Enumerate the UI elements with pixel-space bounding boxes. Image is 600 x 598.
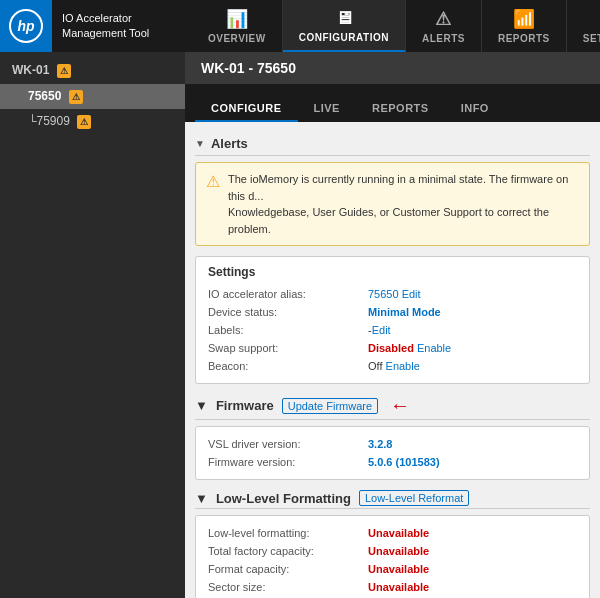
sidebar-item-75650[interactable]: 75650 ⚠: [0, 84, 185, 109]
nav-configuration[interactable]: 🖥 CONFIGURATION: [283, 0, 406, 52]
tab-info[interactable]: INFO: [445, 96, 505, 122]
configuration-icon: 🖥: [335, 8, 354, 29]
low-level-reformat-link[interactable]: Low-Level Reformat: [359, 490, 469, 506]
settings-row-alias: IO accelerator alias: 75650 Edit: [208, 285, 577, 303]
sector-size-value: Unavailable: [368, 581, 429, 593]
top-navigation: hp IO Accelerator Management Tool 📊 OVER…: [0, 0, 600, 52]
swap-label: Swap support:: [208, 342, 368, 354]
nav-reports[interactable]: 📶 REPORTS: [482, 0, 567, 52]
75650-warning-icon: ⚠: [69, 90, 83, 104]
firmware-version-label: Firmware version:: [208, 456, 368, 468]
device-status-value: Minimal Mode: [368, 306, 441, 318]
low-level-section-title: ▼ Low-Level Formatting Low-Level Reforma…: [195, 490, 590, 509]
nav-items: 📊 OVERVIEW 🖥 CONFIGURATION ⚠ ALERTS 📶 RE…: [192, 0, 600, 52]
settings-row-beacon: Beacon: Off Enable: [208, 357, 577, 375]
alias-edit-link[interactable]: Edit: [402, 288, 421, 300]
tab-configure[interactable]: CONFIGURE: [195, 96, 298, 122]
alerts-section: ▼ Alerts ⚠ The ioMemory is currently run…: [195, 132, 590, 246]
total-factory-value: Unavailable: [368, 545, 429, 557]
alias-label: IO accelerator alias:: [208, 288, 368, 300]
format-capacity-value: Unavailable: [368, 563, 429, 575]
alias-value: 75650: [368, 288, 399, 300]
content-header: WK-01 - 75650: [185, 52, 600, 84]
firmware-section: ▼ Firmware Update Firmware ← VSL driver …: [195, 394, 590, 480]
nav-settings[interactable]: ⚙ SETTINGS: [567, 0, 600, 52]
vsl-driver-label: VSL driver version:: [208, 438, 368, 450]
alerts-icon: ⚠: [435, 8, 452, 30]
reports-icon: 📶: [513, 8, 536, 30]
sector-size-label: Sector size:: [208, 581, 368, 593]
alert-box: ⚠ The ioMemory is currently running in a…: [195, 162, 590, 246]
firmware-triangle-icon: ▼: [195, 398, 208, 413]
low-level-formatting-row: Low-level formatting: Unavailable: [208, 524, 577, 542]
swap-enable-link[interactable]: Enable: [417, 342, 451, 354]
firmware-version-row: Firmware version: 5.0.6 (101583): [208, 453, 577, 471]
sidebar-item-wk01[interactable]: WK-01 ⚠: [0, 57, 185, 84]
format-capacity-row: Format capacity: Unavailable: [208, 560, 577, 578]
labels-label: Labels:: [208, 324, 368, 336]
total-factory-row: Total factory capacity: Unavailable: [208, 542, 577, 560]
vsl-driver-value: 3.2.8: [368, 438, 392, 450]
main-layout: WK-01 ⚠ 75650 ⚠ └75909 ⚠ WK-01 - 75650 C…: [0, 52, 600, 598]
nav-alerts[interactable]: ⚠ ALERTS: [406, 0, 482, 52]
app-title: IO Accelerator Management Tool: [52, 11, 192, 42]
tab-reports[interactable]: REPORTS: [356, 96, 445, 122]
content-tabs: CONFIGURE LIVE REPORTS INFO: [185, 84, 600, 122]
low-level-triangle-icon: ▼: [195, 491, 208, 506]
75909-warning-icon: ⚠: [77, 115, 91, 129]
sidebar: WK-01 ⚠ 75650 ⚠ └75909 ⚠: [0, 52, 185, 598]
beacon-enable-link[interactable]: Enable: [386, 360, 420, 372]
content-area: WK-01 - 75650 CONFIGURE LIVE REPORTS INF…: [185, 52, 600, 598]
settings-row-device-status: Device status: Minimal Mode: [208, 303, 577, 321]
beacon-value: Off: [368, 360, 382, 372]
alerts-triangle-icon: ▼: [195, 138, 205, 149]
tab-live[interactable]: LIVE: [298, 96, 356, 122]
settings-section-title: Settings: [208, 265, 577, 279]
total-factory-label: Total factory capacity:: [208, 545, 368, 557]
device-status-label: Device status:: [208, 306, 368, 318]
alert-text: The ioMemory is currently running in a m…: [228, 171, 579, 237]
hp-logo-circle: hp: [9, 9, 43, 43]
vsl-driver-row: VSL driver version: 3.2.8: [208, 435, 577, 453]
firmware-section-title: ▼ Firmware Update Firmware ←: [195, 394, 590, 420]
sidebar-item-75909[interactable]: └75909 ⚠: [0, 109, 185, 134]
low-level-formatting-label: Low-level formatting:: [208, 527, 368, 539]
low-level-formatting-value: Unavailable: [368, 527, 429, 539]
beacon-label: Beacon:: [208, 360, 368, 372]
format-capacity-label: Format capacity:: [208, 563, 368, 575]
alert-warning-icon: ⚠: [206, 172, 220, 237]
firmware-version-value: 5.0.6 (101583): [368, 456, 440, 468]
overview-icon: 📊: [226, 8, 249, 30]
sector-size-row: Sector size: Unavailable: [208, 578, 577, 596]
content-body: ▼ Alerts ⚠ The ioMemory is currently run…: [185, 122, 600, 598]
settings-row-swap: Swap support: Disabled Enable: [208, 339, 577, 357]
alerts-section-title: ▼ Alerts: [195, 132, 590, 156]
nav-overview[interactable]: 📊 OVERVIEW: [192, 0, 283, 52]
red-arrow-icon: ←: [390, 394, 410, 417]
settings-section: Settings IO accelerator alias: 75650 Edi…: [195, 256, 590, 384]
swap-value: Disabled: [368, 342, 414, 354]
low-level-section: ▼ Low-Level Formatting Low-Level Reforma…: [195, 490, 590, 598]
labels-edit-link[interactable]: Edit: [372, 324, 391, 336]
update-firmware-link[interactable]: Update Firmware: [282, 398, 378, 414]
hp-logo: hp: [0, 0, 52, 52]
settings-row-labels: Labels: - Edit: [208, 321, 577, 339]
wk01-warning-icon: ⚠: [57, 64, 71, 78]
